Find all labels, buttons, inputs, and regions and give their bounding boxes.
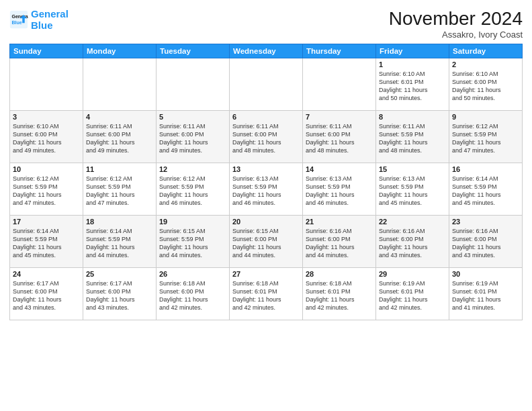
calendar-cell: 21Sunrise: 6:16 AM Sunset: 6:00 PM Dayli…: [303, 216, 376, 268]
day-number: 23: [452, 218, 519, 226]
month-title: November 2024: [389, 8, 523, 30]
day-info: Sunrise: 6:18 AM Sunset: 6:01 PM Dayligh…: [306, 279, 373, 312]
col-thursday: Thursday: [303, 44, 376, 58]
day-number: 29: [379, 270, 446, 278]
day-info: Sunrise: 6:13 AM Sunset: 5:59 PM Dayligh…: [306, 175, 373, 208]
day-info: Sunrise: 6:16 AM Sunset: 6:00 PM Dayligh…: [306, 227, 373, 260]
day-info: Sunrise: 6:11 AM Sunset: 6:00 PM Dayligh…: [306, 122, 373, 155]
day-info: Sunrise: 6:13 AM Sunset: 5:59 PM Dayligh…: [232, 175, 300, 208]
page: General Blue GeneralBlue November 2024 A…: [0, 0, 532, 411]
day-number: 16: [452, 165, 519, 173]
day-number: 7: [306, 113, 373, 121]
calendar-cell: 1Sunrise: 6:10 AM Sunset: 6:01 PM Daylig…: [376, 58, 449, 111]
calendar-cell: 13Sunrise: 6:13 AM Sunset: 5:59 PM Dayli…: [230, 163, 303, 216]
day-info: Sunrise: 6:10 AM Sunset: 6:01 PM Dayligh…: [379, 70, 446, 103]
day-info: Sunrise: 6:11 AM Sunset: 5:59 PM Dayligh…: [379, 122, 446, 155]
calendar-cell: 11Sunrise: 6:12 AM Sunset: 5:59 PM Dayli…: [83, 163, 157, 216]
calendar-cell: 20Sunrise: 6:15 AM Sunset: 6:00 PM Dayli…: [230, 216, 303, 268]
calendar-cell: 6Sunrise: 6:11 AM Sunset: 6:00 PM Daylig…: [230, 111, 303, 163]
calendar-cell: 16Sunrise: 6:14 AM Sunset: 5:59 PM Dayli…: [449, 163, 523, 216]
calendar-cell: 8Sunrise: 6:11 AM Sunset: 5:59 PM Daylig…: [376, 111, 449, 163]
day-number: 18: [86, 218, 153, 226]
calendar-cell: [230, 58, 303, 111]
logo-icon: General Blue: [9, 10, 28, 29]
week-row-1: 3Sunrise: 6:10 AM Sunset: 6:00 PM Daylig…: [10, 111, 523, 163]
location: Assakro, Ivory Coast: [389, 30, 523, 40]
day-info: Sunrise: 6:11 AM Sunset: 6:00 PM Dayligh…: [232, 122, 300, 155]
col-tuesday: Tuesday: [157, 44, 230, 58]
calendar-cell: [10, 58, 83, 111]
week-row-3: 17Sunrise: 6:14 AM Sunset: 5:59 PM Dayli…: [10, 216, 523, 268]
day-info: Sunrise: 6:12 AM Sunset: 5:59 PM Dayligh…: [159, 175, 226, 208]
day-info: Sunrise: 6:15 AM Sunset: 5:59 PM Dayligh…: [159, 227, 226, 260]
day-info: Sunrise: 6:14 AM Sunset: 5:59 PM Dayligh…: [13, 227, 80, 260]
calendar-cell: 27Sunrise: 6:18 AM Sunset: 6:01 PM Dayli…: [230, 268, 303, 320]
calendar-cell: [303, 58, 376, 111]
day-number: 6: [232, 113, 300, 121]
week-row-2: 10Sunrise: 6:12 AM Sunset: 5:59 PM Dayli…: [10, 163, 523, 216]
day-number: 20: [232, 218, 300, 226]
col-wednesday: Wednesday: [230, 44, 303, 58]
day-info: Sunrise: 6:12 AM Sunset: 5:59 PM Dayligh…: [13, 175, 80, 208]
logo-text: GeneralBlue: [31, 8, 69, 32]
day-number: 17: [13, 218, 80, 226]
calendar-cell: 19Sunrise: 6:15 AM Sunset: 5:59 PM Dayli…: [157, 216, 230, 268]
day-number: 4: [86, 113, 153, 121]
day-info: Sunrise: 6:18 AM Sunset: 6:01 PM Dayligh…: [232, 279, 300, 312]
day-number: 11: [86, 165, 153, 173]
day-info: Sunrise: 6:10 AM Sunset: 6:00 PM Dayligh…: [13, 122, 80, 155]
day-info: Sunrise: 6:12 AM Sunset: 5:59 PM Dayligh…: [86, 175, 153, 208]
calendar-cell: 28Sunrise: 6:18 AM Sunset: 6:01 PM Dayli…: [303, 268, 376, 320]
calendar-cell: 3Sunrise: 6:10 AM Sunset: 6:00 PM Daylig…: [10, 111, 83, 163]
day-info: Sunrise: 6:17 AM Sunset: 6:00 PM Dayligh…: [13, 279, 80, 312]
calendar-cell: 26Sunrise: 6:18 AM Sunset: 6:00 PM Dayli…: [157, 268, 230, 320]
svg-rect-0: [10, 11, 28, 28]
calendar-cell: [83, 58, 157, 111]
day-info: Sunrise: 6:10 AM Sunset: 6:00 PM Dayligh…: [452, 70, 519, 103]
calendar-cell: 15Sunrise: 6:13 AM Sunset: 5:59 PM Dayli…: [376, 163, 449, 216]
header: General Blue GeneralBlue November 2024 A…: [9, 8, 523, 40]
calendar-cell: 22Sunrise: 6:16 AM Sunset: 6:00 PM Dayli…: [376, 216, 449, 268]
week-row-0: 1Sunrise: 6:10 AM Sunset: 6:01 PM Daylig…: [10, 58, 523, 111]
calendar-cell: 30Sunrise: 6:19 AM Sunset: 6:01 PM Dayli…: [449, 268, 523, 320]
calendar-cell: 18Sunrise: 6:14 AM Sunset: 5:59 PM Dayli…: [83, 216, 157, 268]
day-info: Sunrise: 6:11 AM Sunset: 6:00 PM Dayligh…: [159, 122, 226, 155]
calendar-cell: 17Sunrise: 6:14 AM Sunset: 5:59 PM Dayli…: [10, 216, 83, 268]
day-info: Sunrise: 6:12 AM Sunset: 5:59 PM Dayligh…: [452, 122, 519, 155]
day-number: 2: [452, 60, 519, 68]
title-block: November 2024 Assakro, Ivory Coast: [389, 8, 523, 40]
calendar-cell: 12Sunrise: 6:12 AM Sunset: 5:59 PM Dayli…: [157, 163, 230, 216]
calendar-cell: 29Sunrise: 6:19 AM Sunset: 6:01 PM Dayli…: [376, 268, 449, 320]
calendar-cell: 7Sunrise: 6:11 AM Sunset: 6:00 PM Daylig…: [303, 111, 376, 163]
day-number: 19: [159, 218, 226, 226]
col-friday: Friday: [376, 44, 449, 58]
day-number: 24: [13, 270, 80, 278]
day-info: Sunrise: 6:17 AM Sunset: 6:00 PM Dayligh…: [86, 279, 153, 312]
day-number: 10: [13, 165, 80, 173]
day-info: Sunrise: 6:19 AM Sunset: 6:01 PM Dayligh…: [452, 279, 519, 312]
calendar-cell: 9Sunrise: 6:12 AM Sunset: 5:59 PM Daylig…: [449, 111, 523, 163]
col-sunday: Sunday: [10, 44, 83, 58]
day-info: Sunrise: 6:18 AM Sunset: 6:00 PM Dayligh…: [159, 279, 226, 312]
svg-text:Blue: Blue: [12, 20, 22, 25]
day-number: 25: [86, 270, 153, 278]
day-info: Sunrise: 6:13 AM Sunset: 5:59 PM Dayligh…: [379, 175, 446, 208]
day-info: Sunrise: 6:16 AM Sunset: 6:00 PM Dayligh…: [452, 227, 519, 260]
day-number: 12: [159, 165, 226, 173]
day-number: 27: [232, 270, 300, 278]
day-number: 1: [379, 60, 446, 68]
calendar-cell: 5Sunrise: 6:11 AM Sunset: 6:00 PM Daylig…: [157, 111, 230, 163]
day-number: 15: [379, 165, 446, 173]
calendar-cell: 2Sunrise: 6:10 AM Sunset: 6:00 PM Daylig…: [449, 58, 523, 111]
calendar-cell: 4Sunrise: 6:11 AM Sunset: 6:00 PM Daylig…: [83, 111, 157, 163]
day-info: Sunrise: 6:19 AM Sunset: 6:01 PM Dayligh…: [379, 279, 446, 312]
day-number: 8: [379, 113, 446, 121]
day-info: Sunrise: 6:11 AM Sunset: 6:00 PM Dayligh…: [86, 122, 153, 155]
calendar-cell: 25Sunrise: 6:17 AM Sunset: 6:00 PM Dayli…: [83, 268, 157, 320]
logo: General Blue GeneralBlue: [9, 8, 69, 32]
day-number: 14: [306, 165, 373, 173]
day-number: 22: [379, 218, 446, 226]
day-info: Sunrise: 6:14 AM Sunset: 5:59 PM Dayligh…: [86, 227, 153, 260]
col-saturday: Saturday: [449, 44, 523, 58]
calendar-cell: [157, 58, 230, 111]
